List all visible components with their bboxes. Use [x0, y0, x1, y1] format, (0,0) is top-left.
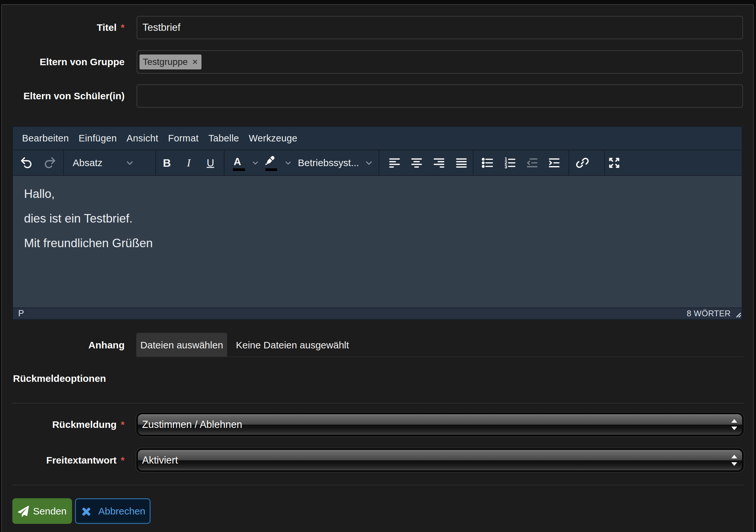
svg-text:3: 3 — [504, 164, 507, 169]
